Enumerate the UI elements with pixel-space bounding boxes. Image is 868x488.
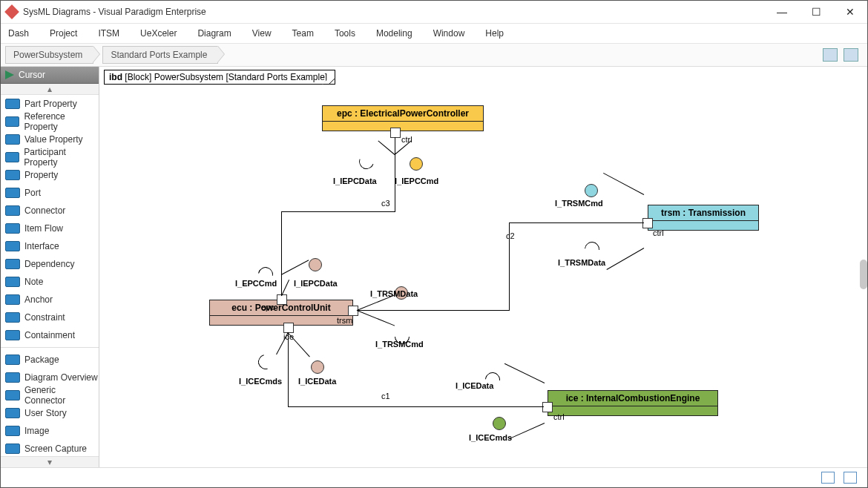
interface-label: I_ICEData (298, 377, 336, 386)
block-ice[interactable]: ice : InternalCombustionEngine (548, 390, 718, 416)
block-trsm[interactable]: trsm : Transmission (648, 205, 759, 231)
palette-item[interactable]: Containment (1, 326, 99, 344)
statusbar (1, 467, 867, 487)
palette-item[interactable]: Package (1, 347, 99, 369)
provided-interface-icon (311, 360, 324, 374)
generic-connector-icon (5, 390, 20, 400)
constraint-icon (5, 312, 20, 323)
app-window: SysML Diagrams - Visual Paradigm Enterpr… (0, 0, 868, 488)
connector-icon (5, 205, 20, 216)
required-interface-icon (255, 352, 275, 372)
interface-label: I_ICECmds (239, 377, 282, 386)
provided-interface-icon (410, 157, 423, 171)
tool-palette: Cursor ▴ Part Property Reference Propert… (1, 67, 99, 467)
menu-diagram[interactable]: Diagram (197, 28, 231, 39)
palette-item[interactable]: Note (1, 273, 99, 291)
provided-interface-icon (493, 417, 506, 430)
palette-item[interactable]: Constraint (1, 309, 99, 326)
frame-label: ibd [Block] PowerSubsystem [Standard Por… (104, 70, 335, 85)
required-interface-icon (357, 152, 377, 172)
item-flow-icon (5, 223, 20, 234)
anchor-icon (5, 294, 20, 305)
window-title: SysML Diagrams - Visual Paradigm Enterpr… (23, 7, 206, 17)
note-icon (5, 277, 20, 287)
palette-item[interactable]: Reference Property (1, 113, 99, 131)
menu-view[interactable]: View (252, 28, 272, 39)
menu-window[interactable]: Window (433, 28, 465, 39)
titlebar: SysML Diagrams - Visual Paradigm Enterpr… (1, 1, 867, 24)
diagram-overview-icon (5, 372, 20, 383)
palette-scroll-up[interactable]: ▴ (1, 84, 99, 95)
minimize-button[interactable]: — (765, 1, 799, 23)
palette-item[interactable]: Anchor (1, 291, 99, 309)
palette-item[interactable]: Dependency (1, 255, 99, 273)
palette-item[interactable]: Diagram Overview (1, 369, 99, 386)
port-icon (5, 188, 20, 198)
palette-item[interactable]: User Story (1, 404, 99, 422)
menu-modeling[interactable]: Modeling (376, 28, 412, 39)
interface-label: I_TRSMCmd (375, 340, 424, 349)
menu-itsm[interactable]: ITSM (98, 28, 119, 39)
menu-dash[interactable]: Dash (8, 28, 29, 39)
doc-icon[interactable] (844, 472, 857, 484)
interface-label: I_TRSMData (370, 289, 418, 298)
port-ecu-ice[interactable] (283, 323, 294, 333)
breadcrumb[interactable]: Standard Ports Example (102, 46, 218, 64)
port-label: ctrl (553, 412, 565, 421)
port-label: trsm (337, 316, 352, 325)
package-icon (5, 355, 20, 365)
breadcrumb[interactable]: PowerSubsystem (5, 46, 93, 64)
provided-interface-icon (585, 184, 598, 197)
interface-label: I_IEPCCmd (395, 177, 438, 185)
palette-scroll-down[interactable]: ▾ (1, 456, 99, 467)
menubar: Dash Project ITSM UeXceler Diagram View … (1, 24, 867, 44)
interface-label: I_TRSMCmd (555, 199, 603, 208)
menu-project[interactable]: Project (50, 28, 77, 39)
participant-property-icon (5, 152, 19, 162)
palette-item[interactable]: Interface (1, 237, 99, 255)
user-story-icon (5, 408, 20, 418)
palette-item[interactable]: Screen Capture (1, 440, 99, 456)
port-epc-ctrl[interactable] (390, 128, 401, 138)
provided-interface-icon (309, 258, 322, 271)
palette-item[interactable]: Part Property (1, 95, 99, 113)
menu-help[interactable]: Help (485, 28, 504, 39)
value-property-icon (5, 134, 20, 145)
diagram-canvas[interactable]: ibd [Block] PowerSubsystem [Standard Por… (99, 67, 867, 467)
toolbar-icon[interactable] (823, 48, 838, 62)
maximize-button[interactable]: ☐ (799, 1, 833, 23)
palette-item[interactable]: Connector (1, 202, 99, 220)
interface-label: I_EPCCmd (235, 279, 277, 288)
palette-item[interactable]: Image (1, 422, 99, 440)
menu-uexceler[interactable]: UeXceler (140, 28, 177, 39)
interface-label: I_IEPCData (294, 279, 338, 288)
palette-item[interactable]: Port (1, 184, 99, 202)
toolbar-icon[interactable] (844, 48, 858, 62)
menu-tools[interactable]: Tools (335, 28, 355, 39)
port-ice-ctrl[interactable] (542, 402, 553, 412)
block-epc[interactable]: epc : ElectricalPowerController (322, 105, 484, 131)
palette-item[interactable]: Property (1, 166, 99, 184)
palette-item[interactable]: Participant Property (1, 148, 99, 166)
interface-icon (5, 241, 20, 251)
palette-cursor[interactable]: Cursor (1, 67, 99, 84)
mail-icon[interactable] (821, 472, 835, 484)
screen-capture-icon (5, 444, 20, 454)
reference-property-icon (5, 116, 19, 127)
connector-label: c1 (381, 392, 390, 400)
port-trsm-ctrl[interactable] (642, 218, 653, 228)
palette-item[interactable]: Item Flow (1, 220, 99, 237)
image-icon (5, 426, 20, 436)
close-button[interactable]: ✕ (833, 1, 867, 23)
palette-item[interactable]: Generic Connector (1, 386, 99, 404)
palette-item[interactable]: Value Property (1, 131, 99, 148)
canvas-scrollbar[interactable] (860, 260, 867, 289)
property-icon (5, 170, 20, 180)
port-label: epc (261, 303, 274, 311)
menu-team[interactable]: Team (292, 28, 314, 39)
connector-label: c2 (506, 231, 515, 240)
dependency-icon (5, 259, 20, 269)
cursor-icon (5, 70, 14, 79)
required-interface-icon (582, 239, 602, 260)
interface-label: I_ICEData (456, 381, 493, 390)
